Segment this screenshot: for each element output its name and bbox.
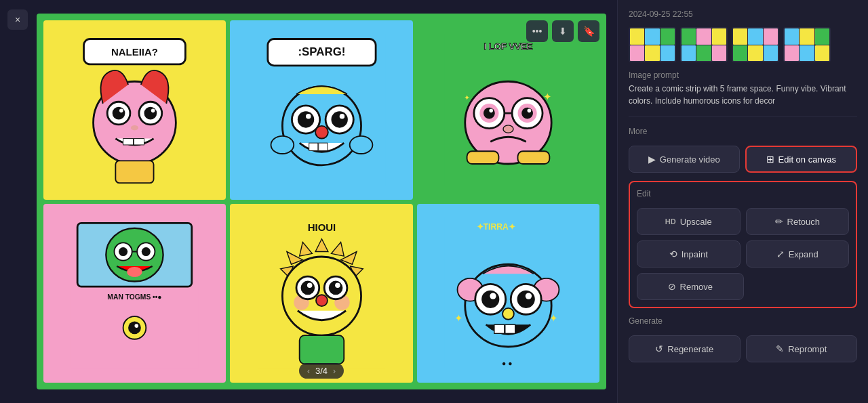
svg-point-21 (331, 111, 347, 127)
edit-label: Edit (637, 189, 849, 198)
thumbnail-4[interactable] (783, 27, 831, 62)
reprompt-button[interactable]: ✎ Reprompt (746, 335, 858, 362)
svg-point-54 (127, 267, 142, 277)
remove-label: Remove (680, 282, 713, 292)
thumbnail-2[interactable] (680, 27, 728, 62)
svg-text:MAN TOGMS ••●: MAN TOGMS ••● (108, 293, 162, 301)
svg-point-22 (306, 114, 311, 119)
generate-video-button[interactable]: ▶ Generate video (629, 146, 740, 173)
svg-rect-13 (116, 161, 154, 183)
svg-point-75 (300, 281, 315, 295)
more-buttons-row: ▶ Generate video ⊞ Edit on canvas (629, 146, 857, 173)
svg-point-10 (131, 125, 138, 130)
svg-point-91 (526, 293, 532, 299)
svg-rect-93 (494, 325, 505, 334)
svg-text:HIOUI: HIOUI (307, 221, 336, 233)
image-container: ••• ⬇ 🔖 NALEIIA? (37, 14, 606, 389)
retouch-button[interactable]: ✏ Retouch (746, 208, 850, 235)
svg-point-8 (119, 108, 123, 112)
svg-rect-12 (134, 138, 144, 144)
bookmark-button[interactable]: 🔖 (578, 20, 599, 42)
svg-point-90 (490, 293, 496, 299)
prompt-section: Image prompt Create a comic strip with 5… (629, 70, 857, 107)
comic-cell-1: NALEIIA? (43, 20, 226, 200)
svg-text::SPARG!: :SPARG! (298, 45, 345, 58)
svg-rect-94 (505, 325, 515, 334)
close-button[interactable]: × (7, 9, 28, 30)
retouch-icon: ✏ (775, 216, 783, 227)
svg-point-92 (502, 308, 514, 320)
thumbnail-1[interactable] (629, 27, 676, 62)
thumbnails-row (629, 27, 857, 62)
expand-button[interactable]: ⤢ Expand (746, 240, 850, 268)
inpaint-icon: ⟲ (669, 249, 677, 259)
image-actions: ••• ⬇ 🔖 (526, 20, 599, 42)
video-icon: ▶ (648, 154, 656, 165)
svg-point-23 (339, 114, 344, 119)
svg-point-7 (144, 107, 157, 120)
svg-point-39 (527, 108, 531, 112)
expand-icon: ⤢ (776, 249, 785, 259)
svg-text:✦: ✦ (543, 91, 552, 102)
svg-text:✦: ✦ (454, 312, 463, 324)
svg-point-89 (517, 291, 534, 308)
thumbnail-3[interactable] (732, 27, 779, 62)
comic-grid: NALEIIA? (37, 14, 606, 389)
reprompt-label: Reprompt (788, 344, 827, 354)
upscale-button[interactable]: HD Upscale (637, 208, 741, 235)
comic-cell-6: ✦TIRRA✦ (417, 204, 599, 383)
svg-point-36 (484, 108, 495, 119)
svg-rect-44 (467, 151, 498, 164)
svg-text:✦TIRRA✦: ✦TIRRA✦ (476, 222, 515, 232)
remove-button[interactable]: ⊘ Remove (637, 273, 744, 300)
edit-section: Edit HD Upscale ✏ Retouch ⟲ Inpaint ⤢ (629, 181, 857, 308)
close-icon: × (15, 14, 20, 25)
inpaint-button[interactable]: ⟲ Inpaint (637, 240, 741, 268)
regenerate-button[interactable]: ↺ Regenerate (629, 335, 741, 362)
generate-label: Generate (629, 316, 857, 326)
svg-text:✦: ✦ (549, 312, 558, 324)
upscale-label: Upscale (680, 217, 712, 227)
comic-cell-3: I LOF VVEE (417, 20, 599, 200)
nav-strip: ‹ 3/4 › (299, 363, 344, 379)
remove-icon: ⊘ (668, 281, 676, 292)
svg-rect-80 (299, 336, 344, 364)
expand-label: Expand (789, 249, 818, 259)
download-button[interactable]: ⬇ (552, 20, 574, 42)
svg-point-57 (128, 322, 141, 335)
edit-row-2: ⟲ Inpaint ⤢ Expand (637, 240, 849, 268)
svg-point-37 (521, 108, 533, 119)
svg-point-52 (142, 247, 151, 256)
canvas-icon: ⊞ (766, 154, 774, 165)
svg-point-41 (503, 125, 513, 133)
more-options-button[interactable]: ••• (526, 20, 548, 42)
generate-section: Generate ↺ Regenerate ✎ Reprompt (629, 316, 857, 362)
canvas-area: ∧ ∨ ••• ⬇ 🔖 (35, 0, 617, 403)
svg-point-9 (151, 108, 155, 112)
svg-text:NALEIIA?: NALEIIA? (111, 46, 158, 58)
inpaint-label: Inpaint (682, 249, 708, 259)
edit-on-canvas-button[interactable]: ⊞ Edit on canvas (745, 146, 858, 173)
svg-text:I LOF VVEE: I LOF VVEE (484, 41, 532, 51)
svg-point-6 (113, 107, 125, 120)
retouch-label: Retouch (787, 217, 820, 227)
regenerate-icon: ↺ (655, 343, 663, 354)
timestamp: 2024-09-25 22:55 (629, 9, 857, 19)
svg-point-79 (316, 295, 328, 307)
prev-page-button[interactable]: ‹ (307, 366, 310, 376)
prompt-label: Image prompt (629, 70, 857, 80)
edit-row-1: HD Upscale ✏ Retouch (637, 208, 849, 235)
comic-cell-2: :SPARG! (230, 20, 412, 200)
page-indicator: 3/4 (315, 366, 328, 376)
svg-point-24 (315, 126, 328, 139)
more-label: More (629, 127, 857, 136)
svg-point-58 (135, 324, 139, 328)
hd-icon: HD (665, 217, 676, 226)
svg-point-78 (335, 283, 340, 288)
next-page-button[interactable]: › (333, 366, 336, 376)
bookmark-icon: 🔖 (583, 26, 595, 37)
reprompt-icon: ✎ (776, 343, 784, 354)
comic-cell-5: HIOUI (230, 204, 412, 383)
svg-rect-11 (123, 138, 134, 144)
svg-rect-26 (318, 143, 327, 150)
